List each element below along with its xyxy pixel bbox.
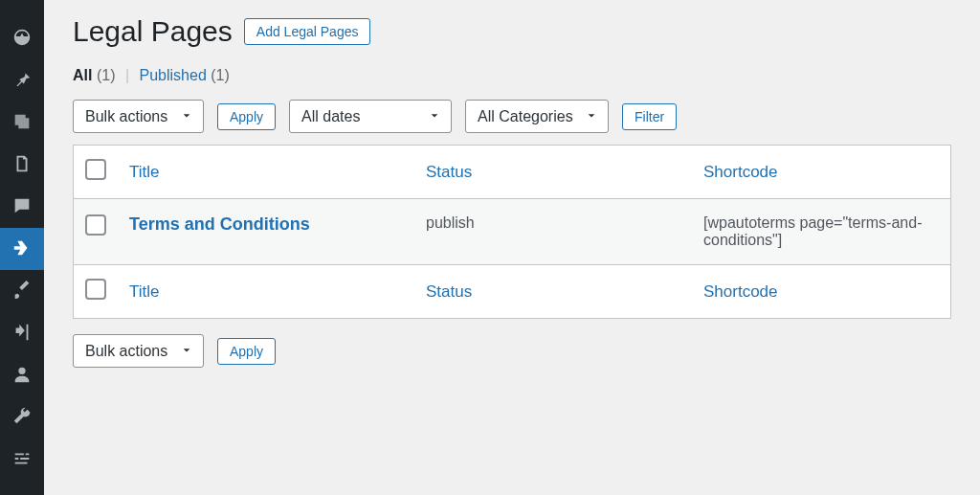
pin-icon [11,69,33,93]
menu-settings[interactable] [0,439,44,481]
page-header: Legal Pages Add Legal Pages [73,10,951,50]
status-filters: All (1) | Published (1) [73,67,951,84]
legal-pages-table: Title Status Shortcode Terms and Conditi… [73,145,951,319]
shield-icon [11,237,33,261]
user-icon [11,364,33,388]
filter-button[interactable]: Filter [622,103,677,130]
media-icon [11,111,33,135]
apply-button-top[interactable]: Apply [217,103,276,130]
column-status[interactable]: Status [414,146,692,199]
column-shortcode-footer[interactable]: Shortcode [692,265,951,319]
add-legal-pages-button[interactable]: Add Legal Pages [244,18,371,45]
column-title-footer[interactable]: Title [118,265,414,319]
main-content: Legal Pages Add Legal Pages All (1) | Pu… [44,0,980,495]
filter-all[interactable]: All (1) [73,67,120,83]
bulk-actions-select[interactable]: Bulk actions [73,100,204,133]
dashboard-icon [11,27,33,51]
pages-icon [11,153,33,177]
select-all-checkbox-top[interactable] [85,159,106,180]
filter-published-count: (1) [211,67,230,83]
filter-published[interactable]: Published (1) [140,67,230,83]
table-footer-row: Title Status Shortcode [74,265,951,319]
menu-media[interactable] [0,101,44,144]
comment-icon [11,195,33,219]
menu-appearance[interactable] [0,270,44,312]
filter-separator: | [120,67,135,83]
menu-posts[interactable] [0,59,44,101]
menu-autoterms[interactable] [0,228,44,270]
column-status-footer[interactable]: Status [414,265,692,319]
dates-select[interactable]: All dates [289,100,452,133]
brush-icon [11,280,33,304]
row-shortcode: [wpautoterms page="terms-and-conditions"… [692,199,951,265]
menu-comments[interactable] [0,186,44,228]
row-checkbox[interactable] [85,214,106,236]
wrench-icon [11,406,33,430]
table-header-row: Title Status Shortcode [74,146,951,199]
table-row: Terms and Conditions publish [wpautoterm… [74,199,951,265]
plugin-icon [11,322,33,346]
tablenav-bottom: Bulk actions Apply [73,334,951,368]
menu-plugins[interactable] [0,312,44,354]
menu-users[interactable] [0,354,44,396]
bulk-actions-select-bottom-wrap: Bulk actions [73,334,204,368]
bulk-actions-select-bottom[interactable]: Bulk actions [73,334,204,368]
row-status: publish [414,199,692,265]
apply-button-bottom[interactable]: Apply [217,338,276,365]
column-title[interactable]: Title [118,146,414,199]
categories-select[interactable]: All Categories [465,100,609,133]
select-all-checkbox-bottom[interactable] [85,279,106,300]
page-title: Legal Pages [73,15,233,48]
dates-select-wrap: All dates [289,100,452,133]
bulk-actions-select-wrap: Bulk actions [73,100,204,133]
menu-tools[interactable] [0,396,44,439]
filter-all-count: (1) [97,67,116,83]
filter-all-label: All [73,67,92,83]
row-title-link[interactable]: Terms and Conditions [129,214,310,234]
tablenav-top: Bulk actions Apply All dates All Categor… [73,100,951,133]
column-shortcode[interactable]: Shortcode [692,146,951,199]
admin-sidebar [0,0,44,495]
menu-pages[interactable] [0,144,44,186]
menu-dashboard[interactable] [0,17,44,59]
categories-select-wrap: All Categories [465,100,609,133]
sliders-icon [11,448,33,472]
filter-published-label: Published [140,67,207,83]
